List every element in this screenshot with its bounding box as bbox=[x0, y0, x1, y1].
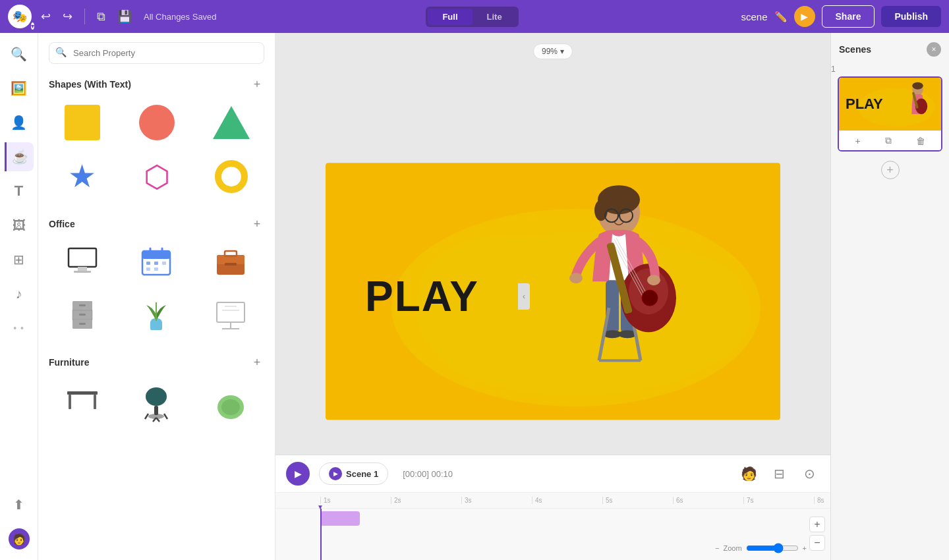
thumb-add-button[interactable]: + bbox=[852, 134, 863, 148]
sidebar-item-audio[interactable]: ♪ bbox=[5, 279, 34, 308]
edit-scene-icon[interactable]: ✏️ bbox=[774, 11, 788, 23]
thumb-character bbox=[900, 80, 936, 130]
scene-1-number: 1 bbox=[831, 65, 836, 74]
redo-button[interactable]: ↪ bbox=[60, 7, 75, 26]
scenes-panel-title: Scenes bbox=[839, 44, 871, 55]
autosave-status: All Changes Saved bbox=[144, 12, 217, 22]
svg-rect-31 bbox=[69, 395, 71, 409]
zoom-in-button[interactable]: + bbox=[809, 517, 825, 532]
office-briefcase-item[interactable] bbox=[197, 239, 264, 285]
svg-line-37 bbox=[164, 414, 167, 419]
ring-shape bbox=[215, 160, 248, 193]
media-timeline-button[interactable]: ⊟ bbox=[768, 463, 790, 484]
office-monitor-item[interactable] bbox=[49, 239, 116, 285]
office-plant-item[interactable] bbox=[123, 292, 190, 338]
zoom-out-button[interactable]: − bbox=[809, 535, 825, 551]
sidebar-item-image[interactable]: 🖼️ bbox=[5, 74, 34, 103]
mode-full-button[interactable]: Full bbox=[428, 9, 472, 25]
character-timeline-button[interactable]: 🧑 bbox=[738, 463, 759, 484]
shape-triangle-item[interactable] bbox=[198, 99, 264, 146]
ruler-mark-2s: 2s bbox=[391, 497, 461, 504]
filing-cabinet-icon bbox=[63, 296, 101, 334]
character-track-block[interactable] bbox=[320, 511, 360, 526]
publish-button[interactable]: Publish bbox=[881, 6, 941, 27]
guitarist-illustration bbox=[543, 176, 695, 400]
zoom-indicator[interactable]: 99% ▾ bbox=[533, 43, 573, 59]
scene-name-timeline: Scene 1 bbox=[346, 469, 378, 479]
playhead[interactable] bbox=[320, 509, 322, 560]
svg-line-36 bbox=[145, 414, 148, 419]
app-logo[interactable]: 🎭 bbox=[8, 5, 32, 28]
panel-collapse-handle[interactable]: ‹ bbox=[518, 283, 530, 310]
mode-toggle: Full Lite bbox=[426, 7, 518, 27]
shape-hex-item[interactable]: ⬡ bbox=[123, 154, 190, 200]
furniture-desk-item[interactable] bbox=[49, 378, 116, 424]
sidebar-item-text[interactable]: T bbox=[5, 177, 34, 206]
preview-play-button[interactable]: ▶ bbox=[794, 6, 815, 27]
canvas-area: ‹ 99% ▾ PLAY bbox=[275, 33, 830, 560]
shape-circle-item[interactable] bbox=[123, 99, 190, 146]
scene-play-control[interactable]: ▶ Scene 1 bbox=[319, 462, 388, 485]
scene-1-thumbnail[interactable]: PLAY + ⧉ 🗑 bbox=[838, 76, 942, 152]
svg-point-33 bbox=[146, 387, 167, 406]
global-play-button[interactable]: ▶ bbox=[286, 462, 310, 486]
timeline: ▶ ▶ Scene 1 [00:00] 00:10 🧑 ⊟ ⊙ 1s 2s 3s… bbox=[275, 455, 830, 560]
thumb-delete-button[interactable]: 🗑 bbox=[913, 134, 928, 148]
sidebar-item-more[interactable]: • • bbox=[5, 314, 34, 343]
thumb-duplicate-button[interactable]: ⧉ bbox=[882, 134, 894, 148]
furniture-blob-item[interactable] bbox=[197, 378, 264, 424]
shape-ring-item[interactable] bbox=[198, 154, 264, 200]
sidebar-item-avatar[interactable]: 🧑 bbox=[5, 524, 34, 553]
undo-button[interactable]: ↩ bbox=[38, 7, 53, 26]
furniture-add-button[interactable]: + bbox=[250, 355, 264, 370]
furniture-chair-item[interactable] bbox=[123, 378, 190, 424]
office-grid bbox=[38, 237, 275, 349]
sidebar-item-search[interactable]: 🔍 bbox=[5, 40, 34, 69]
search-icon: 🔍 bbox=[55, 47, 67, 57]
office-add-button[interactable]: + bbox=[250, 217, 264, 231]
timeline-controls: ▶ ▶ Scene 1 [00:00] 00:10 🧑 ⊟ ⊙ bbox=[275, 455, 830, 493]
office-cabinet-item[interactable] bbox=[49, 292, 116, 338]
zoom-slider[interactable] bbox=[746, 543, 799, 553]
sidebar-item-character[interactable]: 👤 bbox=[5, 108, 34, 137]
add-scene-button[interactable]: + bbox=[881, 161, 900, 179]
shape-star-item[interactable]: ★ bbox=[49, 154, 115, 200]
office-chair-icon bbox=[137, 378, 175, 423]
canvas-play-text: PLAY bbox=[365, 272, 479, 321]
settings-timeline-button[interactable]: ⊙ bbox=[799, 463, 820, 484]
zoom-slider-area: − Zoom + bbox=[715, 543, 807, 553]
furniture-grid bbox=[38, 375, 275, 434]
ruler-mark-3s: 3s bbox=[461, 497, 532, 504]
sidebar-item-scenes[interactable]: ⊞ bbox=[5, 245, 34, 274]
briefcase-icon bbox=[212, 243, 250, 281]
save-button[interactable]: 💾 bbox=[115, 7, 134, 26]
zoom-value: 99% bbox=[542, 47, 558, 56]
search-property-input[interactable] bbox=[49, 42, 264, 64]
sidebar-item-media[interactable]: 🖼 bbox=[5, 211, 34, 240]
user-avatar: 🧑 bbox=[9, 528, 30, 549]
sidebar-item-props[interactable]: ☕ bbox=[5, 142, 34, 171]
separator bbox=[84, 9, 85, 24]
canvas-frame[interactable]: PLAY bbox=[326, 163, 780, 420]
scene-1-container: 1 PLAY bbox=[831, 76, 949, 152]
ruler-mark-1s: 1s bbox=[320, 497, 391, 504]
office-whiteboard-item[interactable] bbox=[197, 292, 264, 338]
mode-lite-button[interactable]: Lite bbox=[473, 9, 517, 25]
topbar-center: Full Lite bbox=[223, 7, 722, 27]
shapes-add-button[interactable]: + bbox=[250, 77, 264, 92]
scenes-close-button[interactable]: × bbox=[927, 42, 941, 57]
canvas-toolbar: 99% ▾ bbox=[533, 43, 573, 59]
square-shape bbox=[65, 105, 100, 140]
duplicate-button[interactable]: ⧉ bbox=[94, 7, 108, 26]
desk-icon bbox=[63, 378, 101, 423]
left-panel: 🔍 Shapes (With Text) + ★ ⬡ bbox=[38, 33, 275, 560]
sidebar-item-upload[interactable]: ⬆ bbox=[5, 490, 34, 519]
timeline-ruler: 1s 2s 3s 4s 5s 6s 7s 8s 9s 10s bbox=[275, 493, 830, 509]
office-calendar-item[interactable] bbox=[123, 239, 190, 285]
svg-rect-30 bbox=[67, 391, 98, 395]
zoom-dropdown-icon: ▾ bbox=[560, 47, 564, 56]
topbar-right: ✏️ ▶ Share Publish bbox=[774, 5, 941, 28]
share-button[interactable]: Share bbox=[822, 5, 875, 28]
time-display: [00:00] 00:10 bbox=[403, 469, 453, 479]
shape-square-item[interactable] bbox=[49, 99, 115, 146]
